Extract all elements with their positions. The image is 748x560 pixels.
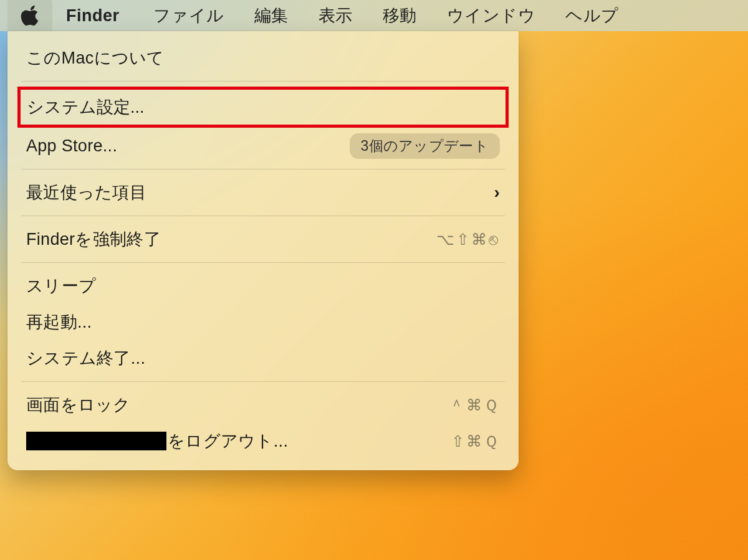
menu-edit[interactable]: 編集 xyxy=(239,0,304,31)
menu-item-about-this-mac[interactable]: このMacについて xyxy=(7,40,519,76)
menu-item-system-settings[interactable]: システム設定... xyxy=(17,87,509,128)
apple-menu-dropdown: このMacについて システム設定... App Store... 3個のアップデ… xyxy=(7,31,519,470)
menu-item-lock-screen[interactable]: 画面をロック ＾⌘Ｑ xyxy=(7,387,519,423)
menu-separator xyxy=(21,262,505,263)
menu-item-shutdown[interactable]: システム終了... xyxy=(7,340,519,376)
menu-separator xyxy=(21,381,505,382)
menu-item-app-store[interactable]: App Store... 3個のアップデート xyxy=(7,128,519,164)
menu-item-recent-items[interactable]: 最近使った項目 › xyxy=(7,174,519,211)
menu-go[interactable]: 移動 xyxy=(368,0,432,31)
apple-menu-logo[interactable] xyxy=(7,0,52,31)
menu-item-restart[interactable]: 再起動... xyxy=(7,304,519,340)
logout-shortcut: ⇧⌘Ｑ xyxy=(451,431,500,452)
menu-bar: Finder ファイル 編集 表示 移動 ウインドウ ヘルプ xyxy=(0,0,748,31)
force-quit-shortcut: ⌥⇧⌘⎋ xyxy=(436,230,500,249)
menu-help[interactable]: ヘルプ xyxy=(550,0,634,31)
menu-separator xyxy=(21,216,505,216)
sleep-label: スリープ xyxy=(26,275,96,297)
menu-window[interactable]: ウインドウ xyxy=(432,0,551,31)
menu-separator xyxy=(21,81,505,82)
menu-item-force-quit[interactable]: Finderを強制終了 ⌥⇧⌘⎋ xyxy=(7,221,519,257)
lock-screen-label: 画面をロック xyxy=(26,394,131,416)
restart-label: 再起動... xyxy=(26,311,92,333)
menu-app-name[interactable]: Finder xyxy=(52,0,138,31)
menu-file[interactable]: ファイル xyxy=(138,0,239,31)
menu-item-logout[interactable]: をログアウト... ⇧⌘Ｑ xyxy=(7,423,519,459)
menu-view[interactable]: 表示 xyxy=(304,0,368,31)
app-store-label: App Store... xyxy=(26,136,117,156)
apple-icon xyxy=(21,5,39,26)
force-quit-label: Finderを強制終了 xyxy=(26,228,161,250)
logout-suffix: をログアウト... xyxy=(168,430,288,452)
menu-item-sleep[interactable]: スリープ xyxy=(7,268,519,304)
redacted-username xyxy=(26,432,166,450)
about-label: このMacについて xyxy=(26,47,165,69)
shutdown-label: システム終了... xyxy=(26,347,145,369)
recent-items-label: 最近使った項目 xyxy=(26,181,146,204)
logout-label: をログアウト... xyxy=(26,430,288,452)
lock-screen-shortcut: ＾⌘Ｑ xyxy=(449,395,500,415)
system-settings-label: システム設定... xyxy=(27,96,145,118)
app-store-update-badge: 3個のアップデート xyxy=(350,133,501,159)
chevron-right-icon: › xyxy=(494,183,500,202)
menu-separator xyxy=(21,169,505,169)
